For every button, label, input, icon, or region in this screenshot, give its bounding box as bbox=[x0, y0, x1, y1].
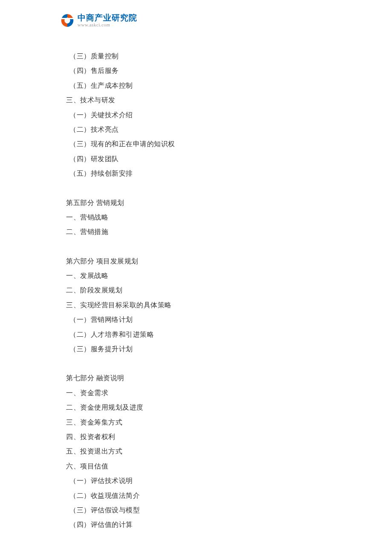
toc-line: （四）售后服务 bbox=[66, 64, 322, 78]
toc-line: （二）人才培养和引进策略 bbox=[66, 327, 322, 342]
toc-line: 二、营销措施 bbox=[66, 225, 322, 239]
toc-line: 一、营销战略 bbox=[66, 210, 322, 225]
toc-line: 一、发展战略 bbox=[66, 269, 322, 283]
toc-line: （四）评估值的计算 bbox=[66, 517, 322, 532]
section-title: 第五部分 营销规划 bbox=[66, 196, 322, 210]
logo-url: www.askci.com bbox=[78, 23, 137, 27]
toc-line: （二）收益现值法简介 bbox=[66, 489, 322, 503]
toc-line: 五、投资退出方式 bbox=[66, 444, 322, 459]
toc-line: （一）评估技术说明 bbox=[66, 474, 322, 488]
toc-line: （四）研发团队 bbox=[66, 152, 322, 166]
toc-line: （五）生产成本控制 bbox=[66, 78, 322, 93]
document-content: （三）质量控制 （四）售后服务 （五）生产成本控制 三、技术与研发 （一）关键技… bbox=[66, 49, 322, 532]
toc-line: （三）质量控制 bbox=[66, 49, 322, 64]
logo-title: 中商产业研究院 bbox=[78, 14, 137, 22]
logo-icon bbox=[60, 13, 75, 28]
toc-line: 三、资金筹集方式 bbox=[66, 415, 322, 430]
toc-line: （三）服务提升计划 bbox=[66, 342, 322, 356]
toc-line: （三）现有的和正在申请的知识权 bbox=[66, 137, 322, 151]
toc-line: （二）技术亮点 bbox=[66, 122, 322, 137]
toc-line: （三）评估假设与模型 bbox=[66, 503, 322, 517]
logo-text-group: 中商产业研究院 www.askci.com bbox=[78, 14, 137, 27]
toc-line: 四、投资者权利 bbox=[66, 430, 322, 444]
toc-line: 三、技术与研发 bbox=[66, 93, 322, 107]
toc-line: （一）营销网络计划 bbox=[66, 312, 322, 327]
toc-line: 三、实现经营目标采取的具体策略 bbox=[66, 298, 322, 312]
document-header: 中商产业研究院 www.askci.com bbox=[60, 13, 137, 28]
toc-line: 一、资金需求 bbox=[66, 386, 322, 400]
toc-line: 二、资金使用规划及进度 bbox=[66, 400, 322, 415]
section-title: 第六部分 项目发展规划 bbox=[66, 254, 322, 269]
section-title: 第七部分 融资说明 bbox=[66, 371, 322, 385]
toc-line: （一）关键技术介绍 bbox=[66, 108, 322, 122]
toc-line: （五）持续创新安排 bbox=[66, 166, 322, 181]
toc-line: 二、阶段发展规划 bbox=[66, 283, 322, 298]
toc-line: 六、项目估值 bbox=[66, 459, 322, 474]
